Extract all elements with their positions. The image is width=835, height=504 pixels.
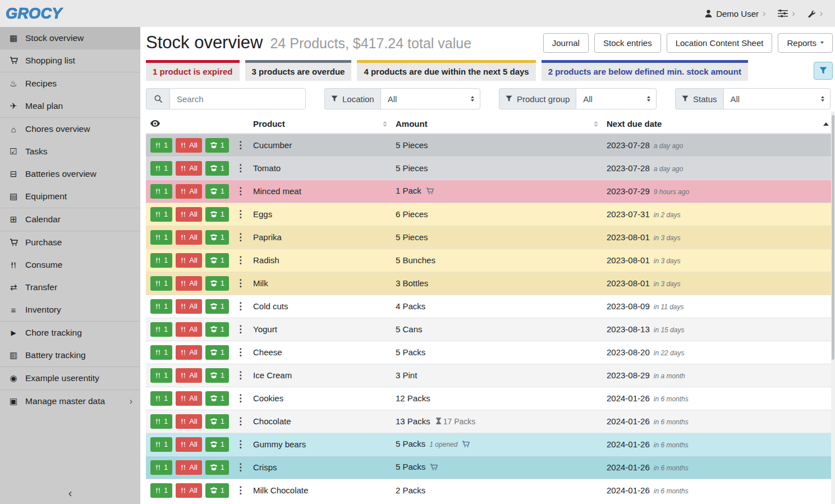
- banner-below-min-stock[interactable]: 2 products are below defined min. stock …: [542, 60, 748, 81]
- open-one-button[interactable]: 1: [205, 138, 229, 153]
- consume-all-button[interactable]: All: [176, 276, 201, 291]
- open-one-button[interactable]: 1: [205, 345, 229, 360]
- consume-one-button[interactable]: 1: [150, 230, 172, 245]
- consume-all-button[interactable]: All: [176, 299, 201, 314]
- row-menu-button[interactable]: ⋮: [236, 324, 245, 334]
- consume-one-button[interactable]: 1: [150, 483, 172, 498]
- settings-menu-button[interactable]: ›: [778, 9, 795, 18]
- consume-one-button[interactable]: 1: [150, 253, 172, 268]
- open-one-button[interactable]: 1: [205, 368, 229, 383]
- consume-one-button[interactable]: 1: [150, 368, 172, 383]
- open-one-button[interactable]: 1: [205, 276, 229, 291]
- consume-all-button[interactable]: All: [176, 322, 201, 337]
- open-one-button[interactable]: 1: [205, 161, 229, 176]
- stock-entries-button[interactable]: Stock entries: [594, 33, 661, 53]
- consume-one-button[interactable]: 1: [150, 322, 172, 337]
- eye-icon[interactable]: [150, 120, 160, 127]
- open-one-button[interactable]: 1: [205, 207, 229, 222]
- consume-one-button[interactable]: 1: [150, 184, 172, 199]
- product-group-filter-select[interactable]: All: [576, 88, 657, 109]
- row-menu-button[interactable]: ⋮: [236, 301, 245, 311]
- consume-one-button[interactable]: 1: [150, 161, 172, 176]
- consume-all-button[interactable]: All: [176, 184, 201, 199]
- open-one-button[interactable]: 1: [205, 414, 229, 429]
- journal-button[interactable]: Journal: [543, 33, 589, 53]
- consume-all-button[interactable]: All: [176, 161, 201, 176]
- banner-due-soon[interactable]: 4 products are due within the next 5 day…: [357, 60, 535, 81]
- sidebar-item-tasks[interactable]: ☑Tasks: [0, 140, 140, 163]
- sidebar-item-manage-master-data[interactable]: ▣Manage master data›: [0, 390, 140, 413]
- consume-one-button[interactable]: 1: [150, 437, 172, 452]
- row-menu-button[interactable]: ⋮: [236, 416, 245, 426]
- consume-one-button[interactable]: 1: [150, 460, 172, 475]
- sidebar-item-recipes[interactable]: ♨Recipes: [0, 72, 140, 95]
- open-one-button[interactable]: 1: [205, 483, 229, 498]
- sidebar-item-consume[interactable]: Consume: [0, 254, 140, 276]
- sidebar-collapse-button[interactable]: ‹: [0, 487, 140, 500]
- row-menu-button[interactable]: ⋮: [236, 186, 245, 196]
- sidebar-item-purchase[interactable]: Purchase: [0, 231, 140, 254]
- sidebar-item-inventory[interactable]: ≡Inventory: [0, 299, 140, 321]
- sidebar-item-chore-tracking[interactable]: ▶Chore tracking: [0, 322, 140, 344]
- open-one-button[interactable]: 1: [205, 460, 229, 475]
- row-menu-button[interactable]: ⋮: [236, 347, 245, 357]
- consume-all-button[interactable]: All: [176, 207, 201, 222]
- sidebar-item-stock-overview[interactable]: ▦Stock overview: [0, 27, 140, 49]
- sidebar-item-chores-overview[interactable]: ⌂Chores overview: [0, 118, 140, 140]
- consume-all-button[interactable]: All: [176, 483, 201, 498]
- row-menu-button[interactable]: ⋮: [236, 393, 245, 403]
- open-one-button[interactable]: 1: [205, 391, 229, 406]
- filter-toggle-button[interactable]: [814, 62, 833, 80]
- scrollbar-thumb[interactable]: [832, 115, 834, 360]
- column-header-product[interactable]: Product: [249, 114, 391, 134]
- consume-one-button[interactable]: 1: [150, 276, 172, 291]
- consume-all-button[interactable]: All: [176, 414, 201, 429]
- row-menu-button[interactable]: ⋮: [236, 439, 245, 449]
- consume-all-button[interactable]: All: [176, 253, 201, 268]
- consume-one-button[interactable]: 1: [150, 207, 172, 222]
- location-filter-select[interactable]: All: [380, 88, 480, 109]
- user-menu-button[interactable]: Demo User ›: [705, 9, 765, 19]
- consume-one-button[interactable]: 1: [150, 299, 172, 314]
- sidebar-item-calendar[interactable]: ⊞Calendar: [0, 208, 140, 231]
- admin-menu-button[interactable]: ›: [808, 9, 823, 18]
- consume-one-button[interactable]: 1: [150, 138, 172, 153]
- row-menu-button[interactable]: ⋮: [236, 462, 245, 472]
- consume-all-button[interactable]: All: [176, 437, 201, 452]
- open-one-button[interactable]: 1: [205, 322, 229, 337]
- app-logo[interactable]: GROCY: [6, 5, 62, 22]
- open-one-button[interactable]: 1: [205, 253, 229, 268]
- row-menu-button[interactable]: ⋮: [236, 278, 245, 288]
- sidebar-item-transfer[interactable]: ⇄Transfer: [0, 276, 140, 299]
- banner-expired[interactable]: 1 product is expired: [146, 60, 240, 81]
- open-one-button[interactable]: 1: [205, 299, 229, 314]
- consume-all-button[interactable]: All: [176, 391, 201, 406]
- consume-one-button[interactable]: 1: [150, 345, 172, 360]
- row-menu-button[interactable]: ⋮: [236, 140, 245, 150]
- location-content-sheet-button[interactable]: Location Content Sheet: [667, 33, 773, 53]
- sidebar-item-batteries-overview[interactable]: ⊟Batteries overview: [0, 163, 140, 185]
- column-header-next-due-date[interactable]: Next due date: [602, 114, 833, 134]
- row-menu-button[interactable]: ⋮: [236, 209, 245, 219]
- consume-all-button[interactable]: All: [176, 460, 201, 475]
- sidebar-item-battery-tracking[interactable]: ▥Battery tracking: [0, 344, 140, 366]
- sidebar-item-equipment[interactable]: ▤Equipment: [0, 185, 140, 208]
- consume-all-button[interactable]: All: [176, 368, 201, 383]
- vertical-scrollbar[interactable]: [831, 112, 835, 504]
- banner-overdue[interactable]: 3 products are overdue: [245, 60, 352, 81]
- open-one-button[interactable]: 1: [205, 184, 229, 199]
- row-menu-button[interactable]: ⋮: [236, 370, 245, 380]
- status-filter-select[interactable]: All: [723, 88, 831, 109]
- consume-all-button[interactable]: All: [176, 138, 201, 153]
- consume-one-button[interactable]: 1: [150, 414, 172, 429]
- sidebar-item-meal-plan[interactable]: ✈Meal plan: [0, 95, 140, 117]
- reports-dropdown-button[interactable]: Reports: [778, 33, 833, 53]
- open-one-button[interactable]: 1: [205, 437, 229, 452]
- open-one-button[interactable]: 1: [205, 230, 229, 245]
- row-menu-button[interactable]: ⋮: [236, 232, 245, 242]
- sidebar-item-shopping-list[interactable]: Shopping list: [0, 49, 140, 72]
- consume-all-button[interactable]: All: [176, 345, 201, 360]
- search-input[interactable]: [169, 88, 306, 109]
- consume-all-button[interactable]: All: [176, 230, 201, 245]
- sidebar-item-example-userentity[interactable]: ◉Example userentity: [0, 367, 140, 390]
